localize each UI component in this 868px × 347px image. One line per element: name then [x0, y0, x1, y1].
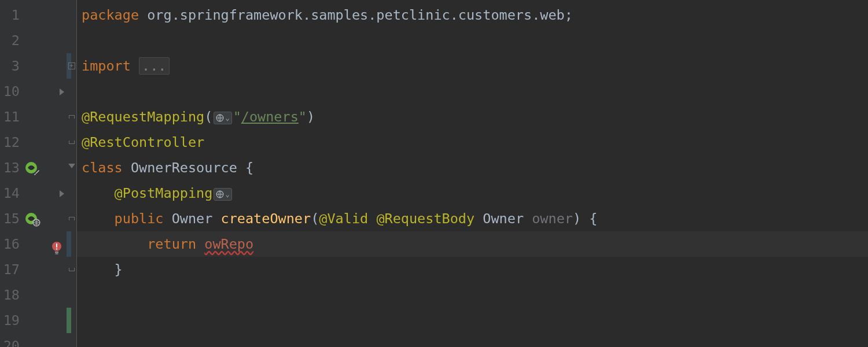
line-number[interactable]: 11 — [0, 104, 22, 130]
code-area[interactable]: package org.springframework.samples.petc… — [77, 0, 868, 347]
url-mapping-chip[interactable]: ⌄ — [214, 188, 231, 201]
space — [196, 236, 204, 252]
fold-region-end-icon[interactable] — [69, 141, 75, 144]
fold-region-end-icon[interactable] — [69, 268, 75, 271]
gutter-icons — [22, 0, 67, 347]
code-line[interactable] — [77, 79, 868, 104]
url-mapping-chip[interactable]: ⌄ — [214, 112, 231, 124]
param-type: Owner — [475, 211, 532, 227]
keyword-class: class — [82, 160, 123, 176]
string-quote: " — [299, 109, 307, 125]
paren-close: ) — [307, 109, 315, 125]
code-line[interactable]: } — [77, 257, 868, 282]
line-number[interactable]: 2 — [0, 28, 22, 53]
line-number[interactable]: 20 — [0, 333, 22, 347]
globe-icon — [216, 114, 224, 122]
code-line[interactable]: import ... — [77, 53, 868, 79]
indent — [82, 261, 115, 278]
line-number[interactable]: 1 — [0, 2, 22, 28]
code-line[interactable]: return owRepo — [77, 231, 868, 257]
line-number[interactable]: 13 — [0, 155, 22, 180]
indent — [82, 211, 115, 227]
navigate-arrow-icon[interactable] — [60, 88, 64, 95]
indent — [82, 236, 147, 252]
line-number[interactable]: 10 — [0, 79, 22, 104]
class-name: OwnerResource — [123, 160, 245, 176]
gutter-line-numbers: 1 2 3 10 11 12 13 14 15 16 17 18 19 20 — [0, 0, 22, 347]
package-name: org.springframework.samples.petclinic.cu… — [139, 7, 573, 23]
annotation-rest-controller: @RestController — [82, 134, 204, 150]
chevron-down-icon: ⌄ — [225, 115, 229, 121]
brace-open: { — [245, 160, 253, 176]
line-number[interactable]: 12 — [0, 130, 22, 155]
keyword-return: return — [147, 236, 196, 252]
annotation-request-body: @RequestBody — [376, 211, 475, 227]
globe-icon — [216, 190, 224, 198]
fold-region-start-icon[interactable] — [69, 115, 75, 119]
line-number[interactable]: 18 — [0, 282, 22, 308]
folded-import-ellipsis[interactable]: ... — [139, 57, 169, 75]
line-number[interactable]: 19 — [0, 308, 22, 333]
line-number[interactable]: 3 — [0, 53, 22, 79]
param-name: owner — [532, 211, 573, 227]
annotation-request-mapping: @RequestMapping — [82, 109, 204, 125]
brace-close: } — [115, 261, 123, 278]
method-name: createOwner — [221, 211, 311, 227]
code-line[interactable] — [77, 308, 868, 333]
line-number[interactable]: 15 — [0, 206, 22, 231]
code-line[interactable] — [77, 28, 868, 53]
line-number[interactable]: 16 — [0, 231, 22, 257]
keyword-import: import — [82, 58, 131, 74]
indent — [82, 185, 115, 201]
paren-open: ( — [311, 211, 319, 227]
annotation-post-mapping: @PostMapping — [115, 185, 213, 201]
edit-overlay-icon — [34, 169, 41, 176]
string-quote: " — [233, 109, 241, 125]
web-overlay-icon — [32, 219, 41, 227]
fold-collapse-icon[interactable] — [68, 164, 75, 168]
svg-rect-5 — [56, 249, 57, 250]
keyword-package: package — [82, 7, 139, 23]
paren-open: ( — [204, 109, 212, 125]
navigate-arrow-icon[interactable] — [60, 190, 64, 197]
paren-close-brace-open: ) { — [573, 211, 597, 227]
svg-rect-7 — [56, 253, 58, 254]
code-line[interactable]: public Owner createOwner(@Valid @Request… — [77, 206, 868, 231]
string-url-path[interactable]: /owners — [241, 109, 299, 125]
fold-region-start-icon[interactable] — [69, 217, 75, 220]
annotation-valid: @Valid — [319, 211, 376, 227]
code-line[interactable]: @PostMapping⌄ — [77, 180, 868, 206]
code-editor: 1 2 3 10 11 12 13 14 15 16 17 18 19 20 — [0, 0, 868, 347]
code-line[interactable]: package org.springframework.samples.petc… — [77, 2, 868, 28]
keyword-public: public — [115, 211, 164, 227]
unresolved-symbol-error[interactable]: owRepo — [204, 236, 253, 252]
gutter-fold: + — [67, 0, 77, 347]
return-type: Owner — [163, 211, 220, 227]
svg-rect-4 — [56, 243, 57, 248]
chevron-down-icon: ⌄ — [225, 191, 229, 198]
code-line[interactable] — [77, 282, 868, 308]
code-line[interactable]: @RequestMapping(⌄"/owners") — [77, 104, 868, 130]
svg-rect-6 — [55, 252, 58, 253]
fold-expand-icon[interactable]: + — [68, 62, 75, 69]
line-number[interactable]: 17 — [0, 257, 22, 282]
code-line[interactable] — [77, 333, 868, 347]
code-line[interactable]: class OwnerResource { — [77, 155, 868, 180]
code-line[interactable]: @RestController — [77, 130, 868, 155]
line-number[interactable]: 14 — [0, 180, 22, 206]
